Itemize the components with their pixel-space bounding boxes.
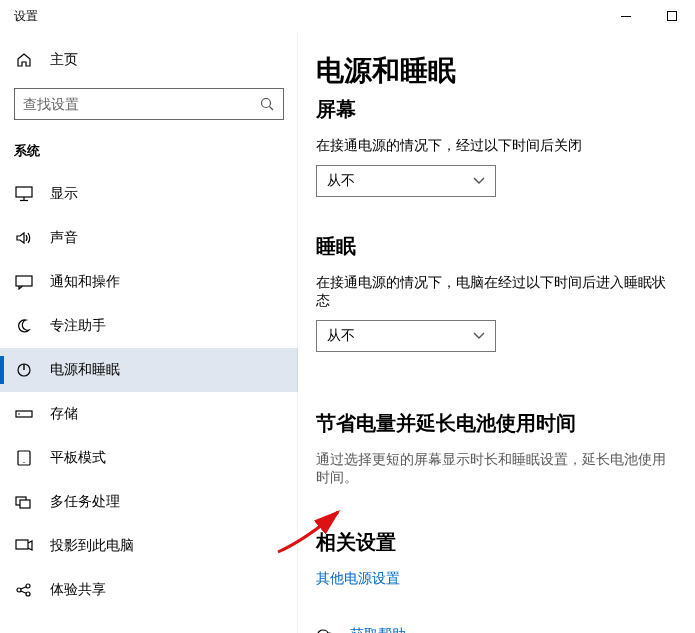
- svg-line-3: [270, 107, 274, 111]
- sleep-timeout-value: 从不: [327, 327, 355, 345]
- sidebar-item-tablet[interactable]: 平板模式: [0, 436, 298, 480]
- sidebar-item-label: 显示: [50, 185, 78, 203]
- sidebar-item-label: 平板模式: [50, 449, 106, 467]
- sidebar-item-label: 电源和睡眠: [50, 361, 120, 379]
- svg-line-21: [21, 591, 27, 593]
- section-sleep-heading: 睡眠: [316, 233, 677, 260]
- additional-power-settings-link[interactable]: 其他电源设置: [316, 570, 677, 588]
- svg-point-19: [26, 592, 30, 596]
- search-icon: [259, 96, 275, 112]
- sidebar-item-label: 投影到此电脑: [50, 537, 134, 555]
- page-title: 电源和睡眠: [316, 52, 677, 90]
- share-icon: [14, 582, 34, 598]
- titlebar: 设置: [0, 0, 695, 32]
- sidebar-item-label: 多任务处理: [50, 493, 120, 511]
- svg-rect-15: [20, 500, 30, 508]
- sidebar-item-focus[interactable]: 专注助手: [0, 304, 298, 348]
- screen-timeout-select[interactable]: 从不: [316, 165, 496, 197]
- sidebar-section-title: 系统: [0, 138, 298, 172]
- svg-point-2: [262, 99, 271, 108]
- sidebar-item-label: 声音: [50, 229, 78, 247]
- storage-icon: [14, 406, 34, 422]
- svg-rect-7: [16, 276, 32, 286]
- sidebar-item-power-sleep[interactable]: 电源和睡眠: [0, 348, 298, 392]
- svg-rect-16: [16, 540, 28, 549]
- window-controls: [603, 0, 695, 32]
- help-icon: [316, 627, 336, 633]
- section-sleep-desc: 在接通电源的情况下，电脑在经过以下时间后进入睡眠状态: [316, 274, 677, 310]
- main-content: 电源和睡眠 屏幕 在接通电源的情况下，经过以下时间后关闭 从不 睡眠 在接通电源…: [298, 32, 695, 633]
- chevron-down-icon: [473, 332, 485, 340]
- sidebar-home[interactable]: 主页: [0, 40, 298, 80]
- section-screen-desc: 在接通电源的情况下，经过以下时间后关闭: [316, 137, 677, 155]
- power-icon: [14, 362, 34, 378]
- section-screen-heading: 屏幕: [316, 96, 677, 123]
- sidebar-divider: [297, 32, 298, 633]
- sidebar-home-label: 主页: [50, 51, 78, 69]
- chevron-down-icon: [473, 177, 485, 185]
- minimize-button[interactable]: [603, 0, 649, 32]
- sidebar-item-display[interactable]: 显示: [0, 172, 298, 216]
- search-box[interactable]: [14, 88, 284, 120]
- multitask-icon: [14, 494, 34, 510]
- tablet-icon: [14, 450, 34, 466]
- sidebar-item-sound[interactable]: 声音: [0, 216, 298, 260]
- project-icon: [14, 538, 34, 554]
- home-icon: [14, 52, 34, 68]
- section-battery-desc: 通过选择更短的屏幕显示时长和睡眠设置，延长电池使用时间。: [316, 451, 677, 487]
- sidebar-item-storage[interactable]: 存储: [0, 392, 298, 436]
- svg-point-13: [23, 462, 24, 463]
- sidebar-item-project[interactable]: 投影到此电脑: [0, 524, 298, 568]
- svg-point-17: [17, 588, 21, 592]
- section-battery-heading: 节省电量并延长电池使用时间: [316, 410, 677, 437]
- monitor-icon: [14, 186, 34, 202]
- svg-line-20: [21, 587, 27, 589]
- maximize-button[interactable]: [649, 0, 695, 32]
- sidebar-item-label: 存储: [50, 405, 78, 423]
- svg-rect-0: [621, 16, 631, 17]
- svg-point-11: [18, 413, 20, 415]
- svg-point-18: [26, 584, 30, 588]
- message-icon: [14, 274, 34, 290]
- sleep-timeout-select[interactable]: 从不: [316, 320, 496, 352]
- sidebar-item-multitask[interactable]: 多任务处理: [0, 480, 298, 524]
- speaker-icon: [14, 230, 34, 246]
- sidebar-item-label: 通知和操作: [50, 273, 120, 291]
- sidebar-item-label: 体验共享: [50, 581, 106, 599]
- screen-timeout-value: 从不: [327, 172, 355, 190]
- window-title: 设置: [14, 8, 38, 25]
- get-help-label: 获取帮助: [350, 626, 406, 633]
- sidebar-item-notifications[interactable]: 通知和操作: [0, 260, 298, 304]
- moon-icon: [14, 318, 34, 334]
- sidebar: 主页 系统 显示 声音 通知和操作: [0, 32, 298, 633]
- sidebar-item-share[interactable]: 体验共享: [0, 568, 298, 612]
- get-help-row[interactable]: 获取帮助: [316, 626, 677, 633]
- svg-rect-4: [16, 187, 32, 197]
- search-input[interactable]: [23, 96, 259, 112]
- section-related-heading: 相关设置: [316, 529, 677, 556]
- svg-rect-1: [668, 12, 677, 21]
- sidebar-item-label: 专注助手: [50, 317, 106, 335]
